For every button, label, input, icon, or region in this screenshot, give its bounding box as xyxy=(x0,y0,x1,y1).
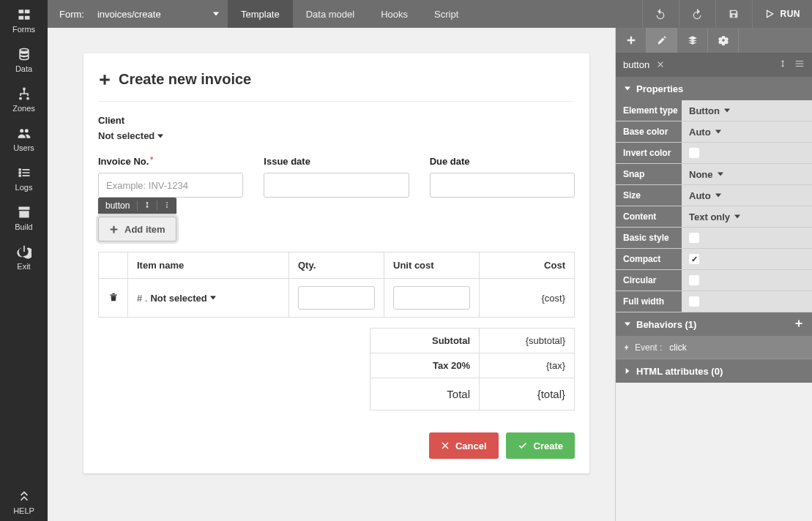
due-date-label: Due date xyxy=(430,156,575,167)
chevron-up-double-icon xyxy=(17,489,31,503)
mode-layers-button[interactable] xyxy=(677,28,708,53)
size-select[interactable]: Auto xyxy=(682,185,812,206)
arrows-v-icon xyxy=(778,59,787,68)
chevron-down-icon xyxy=(210,295,216,301)
item-name-dropdown[interactable]: # . Not selected xyxy=(137,293,216,304)
compact-checkbox[interactable] xyxy=(682,249,812,269)
col-cost: Cost xyxy=(480,252,575,279)
section-title: Properties xyxy=(636,83,683,94)
sidebar-item-label: Forms xyxy=(12,25,35,34)
prop-content: Content Text only xyxy=(616,206,812,228)
sidebar-item-label: Users xyxy=(13,143,34,152)
save-button[interactable] xyxy=(715,0,752,28)
prop-circular: Circular xyxy=(616,270,812,291)
sidebar-item-data[interactable]: Data xyxy=(0,40,48,79)
total-value: {total} xyxy=(480,378,575,411)
circular-checkbox[interactable] xyxy=(682,270,812,291)
users-icon xyxy=(17,126,31,140)
section-header-properties[interactable]: Properties xyxy=(616,77,812,100)
subtotal-label: Subtotal xyxy=(370,329,480,353)
crumb-move-button[interactable] xyxy=(778,59,787,70)
snap-select[interactable]: None xyxy=(682,164,812,184)
chevron-down-icon xyxy=(715,129,721,135)
form-select[interactable]: invoices/create xyxy=(89,0,228,28)
cancel-button[interactable]: Cancel xyxy=(429,432,499,459)
plus-icon xyxy=(794,319,803,328)
invoice-no-label: Invoice No.* xyxy=(98,156,243,167)
mode-edit-button[interactable] xyxy=(647,28,677,53)
content-select[interactable]: Text only xyxy=(682,206,812,227)
selection-move-button[interactable] xyxy=(138,200,157,211)
create-button[interactable]: Create xyxy=(506,432,575,459)
add-behavior-button[interactable] xyxy=(794,319,803,330)
sidebar-item-build[interactable]: Build xyxy=(0,198,48,237)
crumb-close-button[interactable] xyxy=(657,59,664,70)
sidebar-item-exit[interactable]: Exit xyxy=(0,237,48,277)
selection-menu-button[interactable] xyxy=(157,200,176,211)
basic-style-checkbox[interactable] xyxy=(682,228,812,248)
invert-color-checkbox[interactable] xyxy=(682,143,812,163)
sidebar-item-label: Exit xyxy=(17,262,30,271)
run-button[interactable]: RUN xyxy=(752,0,813,28)
qty-input[interactable] xyxy=(298,286,375,310)
sidebar-item-logs[interactable]: Logs xyxy=(0,158,48,198)
behavior-row[interactable]: Event : click xyxy=(616,336,812,359)
run-label: RUN xyxy=(781,9,801,19)
sidebar-item-label: Logs xyxy=(15,183,33,192)
tab-script[interactable]: Script xyxy=(421,0,472,28)
section-header-attrs[interactable]: HTML attributes (0) xyxy=(616,359,812,383)
form-name: invoices/create xyxy=(97,9,161,20)
undo-icon xyxy=(655,8,666,20)
plus-icon xyxy=(98,73,111,86)
selection-badge: button xyxy=(98,198,176,214)
section-header-behaviors[interactable]: Behaviors (1) xyxy=(616,312,812,336)
selection-crumb: button xyxy=(616,53,812,77)
prop-size: Size Auto xyxy=(616,185,812,206)
tab-data-model[interactable]: Data model xyxy=(293,0,368,28)
database-icon xyxy=(17,47,31,61)
table-row: # . Not selected {cost} xyxy=(99,279,575,318)
sitemap-icon xyxy=(17,86,31,101)
crumb-menu-button[interactable] xyxy=(794,59,805,71)
redo-icon xyxy=(691,8,703,20)
delete-row-button[interactable] xyxy=(108,293,119,304)
issue-date-label: Issue date xyxy=(264,156,409,167)
chevron-down-icon xyxy=(724,108,730,113)
base-color-select[interactable]: Auto xyxy=(682,121,812,142)
main-sidebar: Forms Data Zones Users Logs Build Exit H… xyxy=(0,0,48,521)
tax-label: Tax 20% xyxy=(370,353,480,378)
redo-button[interactable] xyxy=(679,0,715,28)
power-icon xyxy=(17,244,31,259)
prop-full-width: Full width xyxy=(616,291,812,312)
mode-settings-button[interactable] xyxy=(708,28,739,53)
col-qty: Qty. xyxy=(289,252,384,279)
tab-hooks[interactable]: Hooks xyxy=(368,0,421,28)
prop-base-color: Base color Auto xyxy=(616,121,812,143)
unit-cost-input[interactable] xyxy=(393,286,470,310)
sidebar-item-forms[interactable]: Forms xyxy=(0,0,48,40)
sidebar-item-help[interactable]: HELP xyxy=(0,481,48,521)
archive-icon xyxy=(17,205,31,220)
col-item-name: Item name xyxy=(128,252,289,279)
caret-icon xyxy=(625,86,630,91)
full-width-checkbox[interactable] xyxy=(682,291,812,312)
tab-template[interactable]: Template xyxy=(228,0,293,28)
tax-value: {tax} xyxy=(480,353,575,378)
crumb-label: button xyxy=(623,59,649,70)
sidebar-item-label: HELP xyxy=(13,506,34,515)
sidebar-item-zones[interactable]: Zones xyxy=(0,79,48,119)
add-item-button[interactable]: Add item xyxy=(98,217,176,241)
issue-date-input[interactable] xyxy=(264,173,409,198)
sidebar-item-label: Build xyxy=(15,222,32,231)
summary-table: Subtotal {subtotal} Tax 20% {tax} Total … xyxy=(370,328,575,411)
undo-button[interactable] xyxy=(642,0,679,28)
due-date-input[interactable] xyxy=(430,173,575,198)
mode-add-button[interactable] xyxy=(616,28,647,53)
event-value: click xyxy=(669,342,686,353)
sidebar-item-users[interactable]: Users xyxy=(0,119,48,158)
invoice-no-input[interactable] xyxy=(98,173,243,198)
element-type-select[interactable]: Button xyxy=(682,100,812,121)
col-unit-cost: Unit cost xyxy=(384,252,480,279)
trash-icon xyxy=(108,292,119,302)
client-dropdown[interactable]: Not selected xyxy=(98,130,575,141)
